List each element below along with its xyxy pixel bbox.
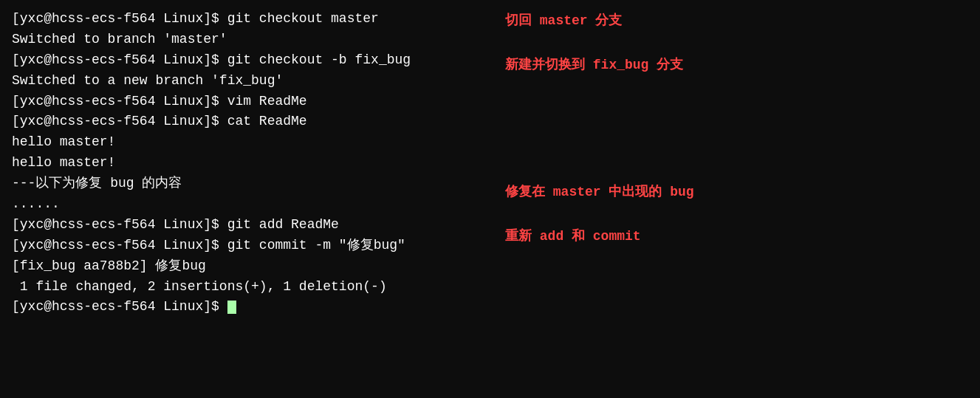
comment-line-4: 重新 add 和 commit <box>505 224 962 248</box>
terminal-line-5: [yxc@hcss-ecs-f564 Linux]$ vim ReadMe <box>12 92 476 112</box>
terminal-line-1: [yxc@hcss-ecs-f564 Linux]$ git checkout … <box>12 9 476 30</box>
comment-empty-5 <box>505 139 962 159</box>
terminal-line-3: [yxc@hcss-ecs-f564 Linux]$ git checkout … <box>12 50 476 71</box>
terminal-line-8: hello master! <box>12 153 476 174</box>
comment-line-2: 新建并切换到 fix_bug 分支 <box>505 53 962 77</box>
terminal-output: [yxc@hcss-ecs-f564 Linux]$ git checkout … <box>0 0 487 398</box>
comment-empty-4 <box>505 118 962 139</box>
comment-empty-6 <box>505 159 962 180</box>
comment-line-1: 切回 master 分支 <box>505 9 962 32</box>
comment-empty-3 <box>505 98 962 119</box>
terminal-line-10: ...... <box>12 194 476 215</box>
terminal-line-14: 1 file changed, 2 insertions(+), 1 delet… <box>12 277 476 298</box>
terminal-line-12: [yxc@hcss-ecs-f564 Linux]$ git commit -m… <box>12 236 476 256</box>
terminal-cursor <box>227 301 236 314</box>
terminal-line-15: [yxc@hcss-ecs-f564 Linux]$ <box>12 297 476 318</box>
terminal-line-6: [yxc@hcss-ecs-f564 Linux]$ cat ReadMe <box>12 111 476 132</box>
terminal-line-11: [yxc@hcss-ecs-f564 Linux]$ git add ReadM… <box>12 215 476 236</box>
comment-empty-1 <box>505 32 962 53</box>
comment-empty-2 <box>505 78 962 98</box>
comment-empty-7 <box>505 205 962 225</box>
terminal-line-4: Switched to a new branch 'fix_bug' <box>12 71 476 92</box>
terminal-line-7: hello master! <box>12 132 476 153</box>
comment-line-3: 修复在 master 中出现的 bug <box>505 180 962 204</box>
terminal-line-13: [fix_bug aa788b2] 修复bug <box>12 256 476 277</box>
terminal-line-9: ---以下为修复 bug 的内容 <box>12 174 476 194</box>
terminal-line-2: Switched to branch 'master' <box>12 30 476 50</box>
comment-panel: 切回 master 分支 新建并切换到 fix_bug 分支 修复在 maste… <box>487 0 980 398</box>
